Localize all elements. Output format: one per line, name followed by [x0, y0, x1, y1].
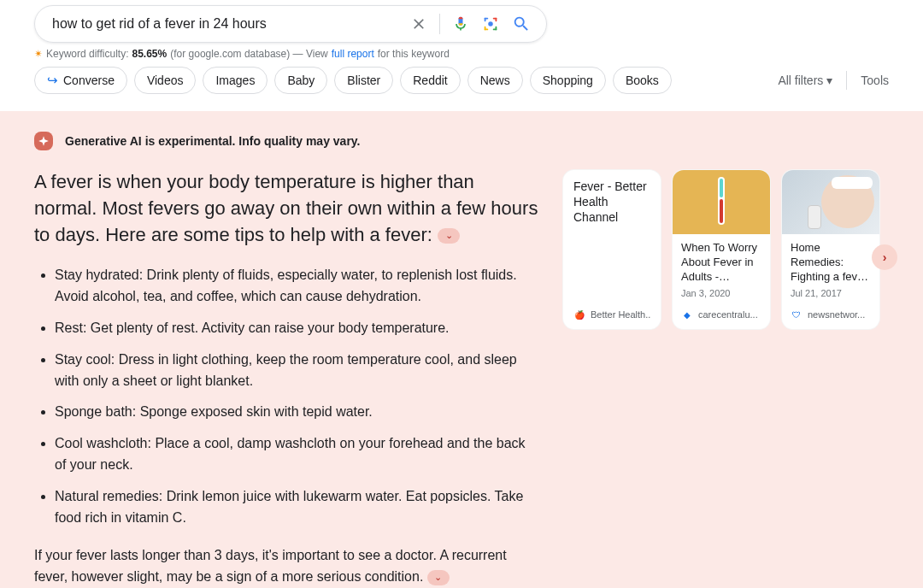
source-card[interactable]: Fever - Better Health Channel 🍎 Better H… [562, 169, 661, 330]
source-cards-row: Fever - Better Health Channel 🍎 Better H… [562, 169, 887, 330]
card-source: newsnetwor... [808, 309, 865, 320]
filter-chip-label: Converse [63, 74, 115, 87]
lens-icon[interactable] [481, 15, 500, 33]
card-source: Better Health... [591, 309, 650, 320]
card-title: When To Worry About Fever in Adults -… [681, 241, 761, 285]
filter-chip-converse[interactable]: ↪ Converse [34, 67, 127, 94]
filter-chip-baby[interactable]: Baby [274, 67, 327, 94]
chevron-down-icon: ▾ [826, 74, 832, 87]
sge-bullet: Rest: Get plenty of rest. Activity can r… [55, 318, 538, 339]
converse-arrow-icon: ↪ [47, 73, 58, 88]
kd-link[interactable]: full report [332, 48, 374, 60]
filter-chip-label: Blister [347, 74, 380, 87]
sge-bullet-list: Stay hydrated: Drink plenty of fluids, e… [55, 265, 538, 528]
favicon-icon: 🍎 [573, 309, 585, 320]
card-date: Jul 21, 2017 [791, 288, 871, 298]
favicon-icon: 🛡 [791, 309, 802, 320]
voice-search-icon[interactable] [452, 15, 469, 32]
filter-chip-label: Books [626, 74, 659, 87]
kd-suffix1: (for google.com database) — View [170, 48, 328, 60]
kd-suffix2: for this keyword [378, 48, 450, 60]
search-box[interactable] [34, 5, 547, 43]
filter-chip-label: Shopping [543, 74, 593, 87]
search-input[interactable] [52, 16, 410, 32]
sge-intro-text: A fever is when your body temperature is… [34, 171, 538, 245]
card-title: Home Remedies: Fighting a fev… [791, 241, 871, 285]
filter-chip-blister[interactable]: Blister [334, 67, 393, 94]
kd-value: 85.65% [132, 48, 168, 60]
tools-button[interactable]: Tools [861, 74, 889, 87]
svg-rect-5 [485, 26, 486, 31]
filter-chips: ↪ Converse Videos Images Baby Blister Re… [34, 67, 672, 94]
chevron-right-icon: › [883, 250, 887, 264]
filter-chip-label: Baby [287, 74, 315, 87]
svg-point-8 [488, 21, 493, 26]
expand-icon[interactable]: ⌄ [438, 228, 460, 244]
filter-chip-label: News [480, 74, 510, 87]
favicon-icon: ◆ [681, 309, 693, 320]
all-filters-label: All filters [778, 74, 823, 87]
svg-rect-1 [485, 18, 486, 22]
source-card[interactable]: When To Worry About Fever in Adults -… J… [672, 169, 771, 330]
svg-rect-7 [496, 26, 497, 31]
filter-chip-label: Videos [147, 74, 184, 87]
card-title: Fever - Better Health Channel [573, 179, 650, 226]
filter-chip-books[interactable]: Books [613, 67, 672, 94]
sge-badge-text: Generative AI is experimental. Info qual… [65, 134, 360, 148]
search-icon[interactable] [512, 15, 531, 33]
filter-chip-label: Reddit [413, 74, 447, 87]
sge-panel: Generative AI is experimental. Info qual… [0, 111, 923, 588]
expand-icon[interactable]: ⌄ [427, 570, 450, 585]
filter-chip-images[interactable]: Images [203, 67, 267, 94]
next-cards-button[interactable]: › [872, 244, 897, 270]
source-card[interactable]: Home Remedies: Fighting a fev… Jul 21, 2… [781, 169, 880, 330]
card-image [673, 170, 770, 234]
sge-bullet: Stay hydrated: Drink plenty of fluids, e… [55, 265, 538, 308]
sge-bullet: Stay cool: Dress in light clothing, keep… [55, 350, 538, 392]
sge-bullet: Sponge bath: Sponge exposed skin with te… [55, 402, 538, 423]
sge-bullet: Cool washcloth: Place a cool, damp washc… [55, 433, 538, 476]
card-source: carecentralu... [698, 309, 758, 320]
filter-chip-news[interactable]: News [467, 67, 523, 94]
filter-chip-label: Images [215, 74, 255, 87]
sge-intro: A fever is when your body temperature is… [34, 169, 538, 248]
extension-icon: ✴ [34, 48, 43, 60]
sge-outro: If your fever lasts longer than 3 days, … [34, 545, 538, 588]
svg-rect-3 [496, 18, 497, 22]
filter-chip-videos[interactable]: Videos [134, 67, 197, 94]
keyword-difficulty-row: ✴ Keyword difficulty: 85.65% (for google… [0, 43, 923, 60]
filter-chip-reddit[interactable]: Reddit [400, 67, 460, 94]
sparkle-icon [34, 132, 53, 150]
card-image [782, 170, 879, 234]
all-filters-button[interactable]: All filters ▾ [778, 74, 832, 87]
divider [846, 71, 847, 90]
card-date: Jan 3, 2020 [681, 288, 761, 298]
filter-chip-shopping[interactable]: Shopping [530, 67, 606, 94]
clear-icon[interactable] [410, 15, 427, 32]
kd-label: Keyword difficulty: [46, 48, 129, 60]
sge-bullet: Natural remedies: Drink lemon juice with… [55, 486, 538, 529]
